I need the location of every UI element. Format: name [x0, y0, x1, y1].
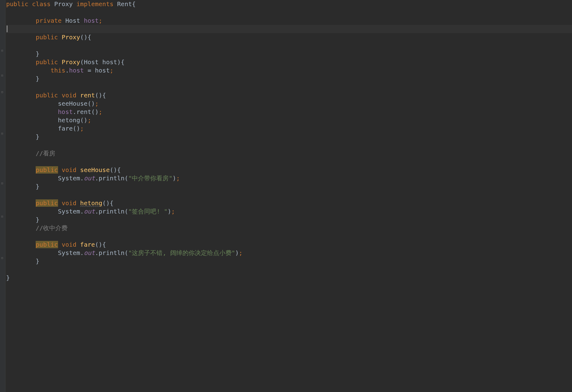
- code-line: }: [6, 257, 572, 265]
- method-name-warning: hetong: [80, 199, 102, 207]
- keyword-public: public: [36, 92, 58, 99]
- fold-marker-icon[interactable]: ⊟: [1, 256, 4, 259]
- method-call: println: [99, 174, 124, 182]
- editor-gutter: ⊟ ⊟ ⊟ ⊟ ⊟ ⊟ ⊟: [0, 0, 6, 392]
- dot: .: [95, 208, 99, 215]
- code-line: public void fare(){: [6, 241, 572, 249]
- brace-open: {: [121, 58, 124, 66]
- string-literal: "签合同吧! ": [128, 208, 167, 215]
- code-line: }: [6, 75, 572, 83]
- fold-marker-icon[interactable]: ⊟: [1, 181, 4, 184]
- field-identifier: host: [84, 17, 99, 24]
- paren-close: ): [168, 208, 171, 215]
- keyword-public: public: [36, 58, 58, 66]
- code-editor[interactable]: ⊟ ⊟ ⊟ ⊟ ⊟ ⊟ ⊟ public class Proxy impleme…: [0, 0, 572, 392]
- keyword-public: public: [6, 0, 28, 8]
- semicolon: ;: [80, 125, 84, 132]
- parentheses: (): [73, 125, 80, 132]
- keyword-void: void: [62, 199, 76, 207]
- class-identifier: Proxy: [54, 0, 73, 8]
- keyword-public: public: [36, 33, 58, 41]
- code-line: seeHouse();: [6, 100, 572, 108]
- static-field: out: [84, 208, 95, 215]
- code-line: [6, 8, 572, 17]
- code-line: }: [6, 182, 572, 191]
- code-line: //看房: [6, 149, 572, 158]
- method-name: seeHouse: [80, 166, 110, 174]
- brace-close: }: [36, 75, 39, 82]
- code-line: }: [6, 133, 572, 141]
- parentheses: (): [110, 166, 117, 174]
- paren-open: (: [124, 174, 128, 182]
- keyword-public-highlighted: public: [36, 199, 58, 207]
- brace-close: }: [36, 183, 39, 190]
- keyword-void: void: [62, 166, 76, 174]
- method-call: println: [99, 208, 124, 215]
- method-call: fare: [58, 125, 73, 132]
- keyword-private: private: [36, 17, 61, 24]
- brace-open: {: [117, 166, 121, 174]
- code-line: public void seeHouse(){: [6, 166, 572, 174]
- brace-close: }: [36, 216, 39, 223]
- code-line: [6, 265, 572, 274]
- class-ref: System: [58, 174, 80, 182]
- parentheses: (): [80, 33, 88, 41]
- brace-open: {: [110, 199, 113, 207]
- semicolon: ;: [95, 100, 99, 107]
- parentheses: (): [91, 108, 99, 116]
- code-line: [6, 141, 572, 149]
- code-line: public Proxy(Host host){: [6, 58, 572, 66]
- dot: .: [73, 108, 76, 116]
- param-type: Host: [84, 58, 99, 66]
- type-identifier: Host: [65, 17, 80, 24]
- code-line: public void rent(){: [6, 91, 572, 100]
- code-line: [6, 232, 572, 241]
- brace-open: {: [132, 0, 135, 8]
- semicolon: ;: [171, 208, 175, 215]
- parentheses: (): [95, 92, 102, 99]
- method-call: hetong: [58, 116, 80, 124]
- brace-close: }: [36, 257, 39, 265]
- method-call: println: [99, 249, 124, 257]
- fold-marker-icon[interactable]: ⊟: [1, 131, 4, 135]
- constructor-name: Proxy: [62, 33, 80, 41]
- keyword-class: class: [32, 0, 50, 8]
- code-line: [6, 191, 572, 199]
- keyword-this: this: [51, 67, 65, 74]
- class-ref: System: [58, 208, 80, 215]
- assignment: =: [84, 67, 95, 74]
- paren-open: (: [124, 249, 128, 257]
- fold-marker-icon[interactable]: ⊟: [1, 49, 4, 52]
- dot: .: [95, 174, 99, 182]
- string-literal: "这房子不错, 阔绰的你决定给点小费": [128, 249, 235, 257]
- semicolon: ;: [88, 116, 91, 124]
- brace-close: }: [6, 274, 10, 281]
- keyword-void: void: [62, 241, 76, 248]
- paren-close: ): [235, 249, 239, 257]
- dot: .: [95, 249, 99, 257]
- comment: //收中介费: [36, 224, 68, 232]
- class-ref: System: [58, 249, 80, 257]
- code-line: System.out.println("中介带你看房");: [6, 174, 572, 182]
- text-cursor: [7, 25, 7, 32]
- code-line: }: [6, 274, 572, 282]
- code-line: hetong();: [6, 116, 572, 124]
- fold-marker-icon[interactable]: ⊟: [1, 73, 4, 76]
- method-name: rent: [80, 92, 95, 99]
- code-line: this.host = host;: [6, 66, 572, 75]
- parentheses: (): [95, 241, 102, 248]
- dot: .: [80, 174, 84, 182]
- code-line: }: [6, 216, 572, 224]
- string-literal: "中介带你看房": [128, 174, 172, 182]
- keyword-void: void: [62, 92, 76, 99]
- code-content[interactable]: public class Proxy implements Rent{ priv…: [6, 0, 572, 392]
- code-line: host.rent();: [6, 108, 572, 116]
- code-line: public Proxy(){: [6, 33, 572, 41]
- code-line: fare();: [6, 124, 572, 133]
- paren-open: (: [80, 58, 84, 66]
- constructor-name: Proxy: [62, 58, 80, 66]
- fold-marker-icon[interactable]: ⊟: [1, 90, 4, 93]
- semicolon: ;: [239, 249, 243, 257]
- fold-marker-icon[interactable]: ⊟: [1, 214, 4, 218]
- current-line-highlight: [6, 25, 572, 33]
